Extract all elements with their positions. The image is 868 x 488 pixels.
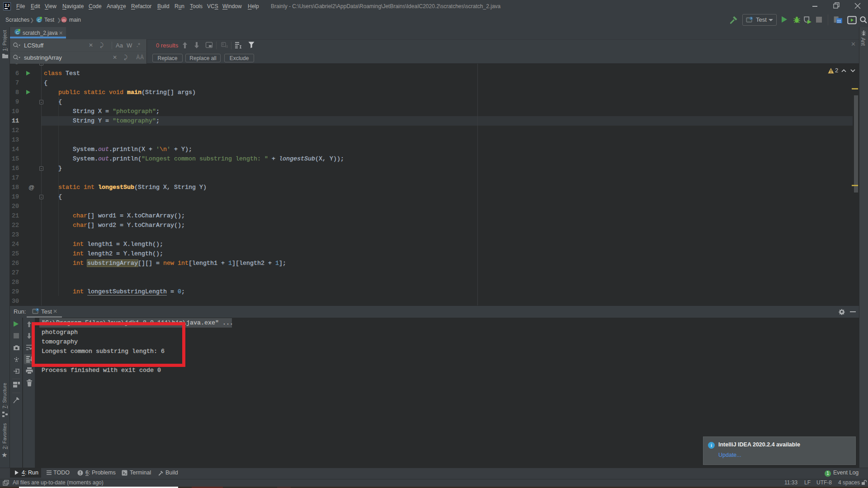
svg-text:C: C: [16, 30, 19, 35]
svg-text:m: m: [62, 18, 66, 23]
svg-text:C: C: [38, 18, 41, 23]
